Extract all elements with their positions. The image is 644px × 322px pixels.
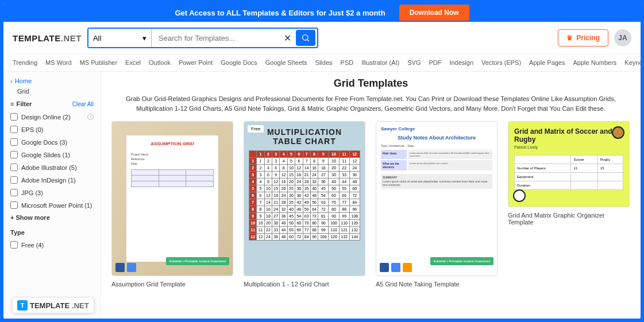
template-grid: ASSUMPTION GRID Project NameReference:Da… [111, 121, 630, 288]
watermark-logo: TTEMPLATE.NET [13, 298, 94, 313]
template-card[interactable]: Grid and Matrix of Soccer and Rugby Patr… [508, 121, 630, 288]
filter-checkbox[interactable]: Free (4) [10, 241, 94, 249]
show-more-button[interactable]: + Show more [10, 214, 94, 221]
chevron-down-icon: ▾ [142, 34, 146, 42]
svg-line-1 [307, 40, 309, 41]
clear-all-button[interactable]: Clear All [72, 101, 94, 107]
crown-icon: ♛ [566, 34, 573, 42]
pricing-button[interactable]: ♛ Pricing [558, 29, 608, 46]
template-title[interactable]: Assumption Grid Template [111, 281, 233, 288]
category-nav: Trending MS Word MS Publisher Excel Outl… [3, 55, 641, 72]
gdocs-icon [391, 263, 400, 272]
nav-item[interactable]: Illustrator (AI) [361, 59, 399, 67]
filter-icon: ≡ [10, 100, 14, 107]
nav-item[interactable]: SVG [407, 59, 421, 67]
template-card[interactable]: ASSUMPTION GRID Project NameReference:Da… [111, 121, 233, 288]
nav-item[interactable]: Keynote [624, 59, 641, 67]
nav-item[interactable]: Outlook [149, 59, 171, 67]
promo-text: Get Access to ALL Templates & Editors fo… [175, 9, 385, 17]
nav-item[interactable]: MS Publisher [80, 59, 117, 67]
chevron-left-icon: ‹ [10, 77, 13, 84]
filter-checkbox[interactable]: EPS (0) [10, 126, 94, 133]
nav-item[interactable]: Google Docs [221, 59, 257, 67]
template-thumbnail[interactable]: ASSUMPTION GRID Project NameReference:Da… [111, 121, 233, 276]
nav-item[interactable]: MS Word [45, 59, 72, 67]
filter-sidebar: ‹Home Grid ≡Filter Clear All Design Onli… [3, 72, 101, 319]
nav-item[interactable]: Apple Pages [529, 59, 565, 67]
help-icon[interactable]: ? [87, 114, 94, 120]
nav-item[interactable]: PDF [429, 59, 441, 67]
search-button[interactable] [296, 30, 315, 46]
filter-heading: ≡Filter [10, 100, 32, 107]
rugby-ball-icon [612, 126, 624, 139]
page-description: Grab Our Grid-Related Graphics Designs a… [111, 94, 630, 113]
free-badge: Free [248, 125, 264, 133]
nav-item[interactable]: Apple Numbers [573, 59, 617, 67]
nav-item[interactable]: PSD [341, 59, 354, 67]
search-input[interactable] [152, 29, 280, 47]
filter-checkbox[interactable]: JPG (3) [10, 189, 94, 196]
template-card[interactable]: Sawyer College Study Notes About Archite… [376, 121, 498, 288]
filter-checkbox[interactable]: Google Slides (1) [10, 151, 94, 158]
template-title[interactable]: Grid And Matrix Graphic Organizer Templa… [508, 212, 630, 226]
filter-checkbox[interactable]: Google Docs (3) [10, 138, 94, 146]
breadcrumb-home[interactable]: ‹Home [10, 77, 94, 84]
edit-badge[interactable]: Editable | Printable Instant Download [166, 257, 229, 265]
breadcrumb-current: Grid [17, 88, 94, 95]
filter-checkbox[interactable]: Design Online (2)? [10, 113, 94, 121]
soccer-ball-icon [513, 189, 526, 202]
page-title: Grid Templates [111, 77, 630, 90]
template-thumbnail[interactable]: Free MULTIPLICATION TABLE CHART 12345678… [244, 121, 365, 276]
search-category-select[interactable]: All ▾ [88, 29, 152, 47]
filter-checkbox[interactable]: Microsoft Power Point (1) [10, 201, 94, 209]
word-icon [115, 263, 125, 272]
svg-point-0 [302, 35, 307, 40]
clear-search-icon[interactable]: ✕ [280, 33, 296, 44]
template-thumbnail[interactable]: Grid and Matrix of Soccer and Rugby Patr… [508, 121, 630, 207]
nav-item[interactable]: Trending [13, 59, 37, 67]
nav-item[interactable]: Google Sheets [265, 59, 307, 67]
nav-item[interactable]: Indesign [449, 59, 473, 67]
template-thumbnail[interactable]: Sawyer College Study Notes About Archite… [376, 121, 498, 276]
search-icon [301, 33, 310, 42]
filter-checkbox[interactable]: Adobe Illustrator (5) [10, 164, 94, 171]
word-icon [380, 263, 389, 272]
user-avatar[interactable]: JA [614, 29, 631, 46]
nav-item[interactable]: Vectors (EPS) [481, 59, 521, 67]
template-card[interactable]: Free MULTIPLICATION TABLE CHART 12345678… [244, 121, 365, 288]
site-logo[interactable]: TEMPLATE.NET [13, 33, 82, 43]
template-title[interactable]: Multiplication 1 - 12 Grid Chart [244, 281, 365, 288]
edit-badge[interactable]: Editable | Printable Instant Download [430, 257, 493, 265]
nav-item[interactable]: Slides [315, 59, 333, 67]
nav-item[interactable]: Excel [125, 59, 141, 67]
gdocs-icon [127, 263, 136, 272]
pages-icon [403, 263, 412, 272]
template-title[interactable]: A5 Grid Note Taking Template [376, 281, 498, 288]
filter-checkbox[interactable]: Adobe InDesign (1) [10, 176, 94, 184]
search-box: All ▾ ✕ [87, 28, 318, 48]
download-now-button[interactable]: Download Now [399, 5, 469, 21]
filter-section-type: Type [10, 229, 94, 236]
nav-item[interactable]: Power Point [179, 59, 213, 67]
